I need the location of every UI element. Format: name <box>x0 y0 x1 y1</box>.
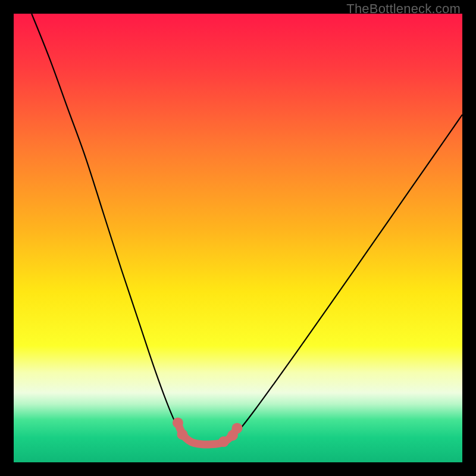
gradient-background <box>14 14 462 462</box>
optimal-dot <box>173 418 183 428</box>
optimal-dot <box>231 423 242 434</box>
bottleneck-chart <box>14 14 462 462</box>
watermark-text: TheBottleneck.com <box>346 1 461 17</box>
chart-frame <box>14 14 462 462</box>
optimal-dot <box>177 429 188 440</box>
optimal-dot <box>218 436 229 447</box>
